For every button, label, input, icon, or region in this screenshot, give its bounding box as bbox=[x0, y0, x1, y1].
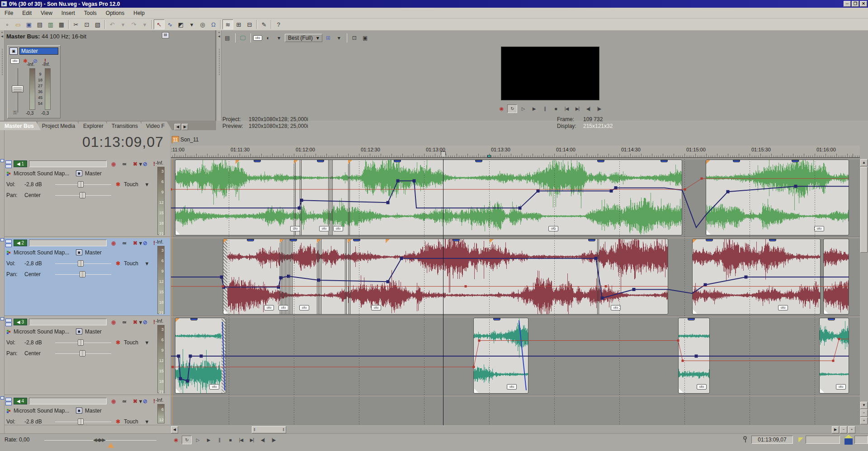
tab-master-bus[interactable]: Master Bus bbox=[0, 122, 41, 130]
audio-event[interactable]: o‖o bbox=[706, 160, 849, 235]
next-frame-button[interactable]: |▶ bbox=[269, 436, 278, 444]
track-minimize-icon[interactable] bbox=[5, 398, 12, 401]
next-frame-button[interactable]: |▶ bbox=[594, 104, 604, 113]
event-fx-icon[interactable]: o‖o bbox=[264, 305, 274, 310]
bus-assign-icon[interactable]: ▣ bbox=[76, 249, 82, 255]
fade-handle[interactable] bbox=[176, 230, 180, 235]
automation-gear-icon[interactable]: ✱ bbox=[114, 181, 122, 188]
v-zoom-in-icon[interactable]: + bbox=[860, 417, 868, 424]
record-arm-icon[interactable]: ◉ bbox=[109, 319, 118, 326]
fade-handle[interactable] bbox=[224, 310, 228, 314]
insert-fx-icon[interactable]: o‖o bbox=[10, 58, 19, 64]
region-marker[interactable] bbox=[487, 155, 491, 157]
track-header-1[interactable]: ◀ 1◉≃✖▾⊘!Microsoft Sound Map...▣MasterVo… bbox=[5, 159, 170, 237]
new-project-icon[interactable]: ▫ bbox=[2, 19, 13, 29]
menu-help[interactable]: Help bbox=[129, 9, 149, 18]
play-button[interactable]: ▶ bbox=[529, 104, 539, 113]
event-split[interactable] bbox=[348, 160, 350, 235]
restore-button[interactable]: ❐ bbox=[852, 1, 859, 7]
pan-value[interactable]: Center bbox=[24, 350, 41, 357]
automation-settings-icon[interactable]: ≃ bbox=[120, 319, 128, 326]
vol-slider[interactable] bbox=[78, 260, 84, 267]
rate-marker[interactable] bbox=[108, 443, 114, 448]
lock-icon[interactable]: ⚿ bbox=[13, 110, 17, 116]
automation-mode[interactable]: Touch bbox=[124, 181, 138, 188]
panel-menu-icon[interactable]: ▤ bbox=[162, 32, 169, 38]
v-zoom-out-icon[interactable]: − bbox=[860, 409, 868, 417]
track-name-field[interactable] bbox=[29, 319, 107, 325]
interactive-tutorials-icon[interactable]: ✎ bbox=[259, 19, 269, 29]
external-monitor-icon[interactable]: 🖵 bbox=[238, 33, 248, 42]
pan-slider[interactable] bbox=[80, 271, 85, 277]
lock-envelopes-icon[interactable]: ⊞ bbox=[233, 19, 244, 29]
overlays-dropdown-icon[interactable]: ▾ bbox=[334, 33, 344, 42]
solo-icon[interactable]: ⊘ bbox=[141, 240, 149, 247]
whats-this-help-icon[interactable]: ? bbox=[273, 19, 284, 29]
device-name[interactable]: Microsoft Sound Map... bbox=[14, 170, 69, 177]
track-minimize-icon[interactable] bbox=[5, 319, 12, 322]
audio-event[interactable]: o‖o bbox=[175, 318, 226, 394]
fade-handle[interactable] bbox=[820, 389, 824, 393]
dock-grip[interactable] bbox=[218, 48, 220, 75]
device-name[interactable]: Microsoft Sound Map... bbox=[14, 329, 69, 335]
solo-icon[interactable]: ⊘ bbox=[141, 160, 149, 168]
event-fx-icon[interactable]: o‖o bbox=[278, 305, 288, 310]
tab-project-media[interactable]: Project Media bbox=[38, 122, 82, 130]
time-ruler[interactable]: 01:11:0001:11:3001:12:0001:12:3001:13:00… bbox=[171, 146, 860, 158]
audio-event[interactable]: o‖o bbox=[473, 318, 528, 394]
stop-button[interactable]: ■ bbox=[551, 104, 561, 113]
track-lane-1[interactable]: o‖oo‖oo‖oo‖oo‖o bbox=[171, 159, 860, 237]
event-fx-icon[interactable]: o‖o bbox=[778, 305, 788, 310]
audio-event[interactable]: o‖oo‖oo‖oo‖oo‖o bbox=[223, 239, 668, 315]
track-number[interactable]: ◀ 1 bbox=[14, 160, 27, 167]
automation-dropdown-icon[interactable]: ▾ bbox=[143, 260, 151, 267]
zoom-out-icon[interactable]: − bbox=[840, 426, 847, 433]
play-from-start-button[interactable]: ▷ bbox=[518, 104, 528, 113]
automation-settings-icon[interactable]: ≃ bbox=[120, 240, 128, 247]
event-split[interactable] bbox=[331, 160, 333, 235]
device-name[interactable]: Microsoft Sound Map... bbox=[14, 249, 69, 256]
event-split[interactable] bbox=[328, 160, 330, 235]
pause-button[interactable]: || bbox=[214, 436, 224, 444]
track-name-field[interactable] bbox=[29, 240, 107, 246]
loop-playback-button[interactable]: ↻ bbox=[507, 104, 517, 113]
event-fx-icon[interactable]: o‖o bbox=[290, 226, 300, 231]
automation-settings-icon[interactable]: ≃ bbox=[120, 398, 128, 405]
track-name-field[interactable] bbox=[29, 398, 107, 404]
scroll-down-icon[interactable]: ▼ bbox=[860, 402, 868, 409]
record-arm-icon[interactable]: ◉ bbox=[109, 240, 118, 247]
event-split[interactable] bbox=[288, 239, 290, 314]
track-lane-4[interactable] bbox=[171, 396, 860, 425]
tab-scroll-left-icon[interactable]: ◀ bbox=[175, 124, 181, 130]
pan-slider[interactable] bbox=[80, 192, 85, 198]
edit-tool-dropdown-icon[interactable]: ▾ bbox=[186, 19, 197, 29]
save-icon[interactable]: ▣ bbox=[24, 19, 34, 29]
vol-value[interactable]: -2.8 dB bbox=[24, 418, 42, 425]
track-maximize-icon[interactable] bbox=[5, 244, 12, 247]
copy-icon[interactable]: ⊡ bbox=[81, 19, 92, 29]
bus-icon[interactable]: ▣ bbox=[9, 47, 18, 55]
track-name-field[interactable] bbox=[29, 160, 107, 167]
automation-dropdown-icon[interactable]: ▾ bbox=[143, 418, 151, 425]
track-header-2[interactable]: ◀ 2◉≃✖▾⊘!Microsoft Sound Map...▣MasterVo… bbox=[5, 238, 170, 316]
automation-settings-icon[interactable]: ≃ bbox=[120, 160, 128, 168]
pan-value[interactable]: Center bbox=[24, 192, 41, 198]
preview-quality-dropdown[interactable]: Best (Full)▾ bbox=[285, 34, 322, 42]
track-strip-icon[interactable] bbox=[0, 317, 4, 320]
fade-handle[interactable] bbox=[474, 389, 478, 393]
normal-edit-tool-icon[interactable]: ↖ bbox=[154, 19, 165, 29]
menu-file[interactable]: File bbox=[0, 9, 18, 18]
fade-handle[interactable] bbox=[693, 310, 697, 314]
go-to-end-button[interactable]: ▶| bbox=[247, 436, 257, 444]
event-split[interactable] bbox=[597, 239, 599, 314]
go-to-end-button[interactable]: ▶| bbox=[572, 104, 582, 113]
go-to-start-button[interactable]: |◀ bbox=[236, 436, 246, 444]
track-maximize-icon[interactable] bbox=[5, 402, 12, 405]
menu-tools[interactable]: Tools bbox=[80, 9, 101, 18]
track-header-3[interactable]: ◀ 3◉≃✖▾⊘!Microsoft Sound Map...▣MasterVo… bbox=[5, 317, 170, 395]
event-fx-icon[interactable]: o‖o bbox=[299, 305, 309, 310]
pan-slider[interactable] bbox=[80, 350, 85, 357]
event-fx-icon[interactable]: o‖o bbox=[697, 384, 707, 390]
automation-dropdown-icon[interactable]: ▾ bbox=[143, 181, 151, 188]
record-arm-icon[interactable]: ◉ bbox=[109, 160, 118, 168]
